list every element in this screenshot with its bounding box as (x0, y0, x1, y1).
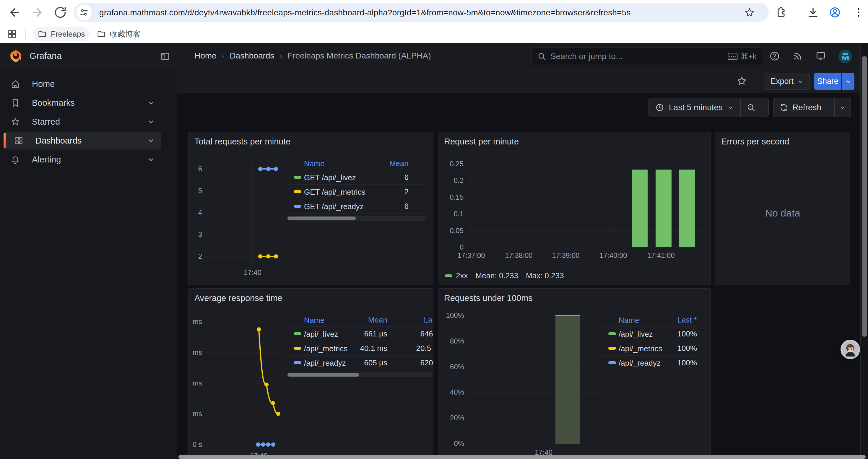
chart-legend: 2xx Mean: 0.233 Max: 0.233 (445, 271, 564, 280)
vertical-scrollbar-thumb[interactable] (862, 56, 867, 337)
table-header-row[interactable]: NameMeanLast * (287, 314, 433, 327)
table-cell: 100% (601, 329, 697, 338)
table-scrollbar-thumb[interactable] (287, 217, 356, 220)
star-icon (11, 117, 20, 126)
table-row[interactable]: /api/_readyz605 µs620 µs (287, 356, 433, 370)
sidebar-item-dashboards[interactable]: Dashboards (4, 132, 161, 150)
sidebar-item-alerting[interactable]: Alerting (4, 151, 161, 168)
sidebar-item-starred[interactable]: Starred (4, 113, 161, 131)
bar-chart: 0.250.20.150.10.05017:37:0017:38:0017:39… (440, 156, 710, 283)
search-shortcut: ⌘+k (728, 52, 756, 61)
panel-request-per-minute[interactable]: Request per minute 0.250.20.150.10.05017… (438, 132, 711, 285)
breadcrumb-dashboards[interactable]: Dashboards (229, 51, 274, 61)
bookmarks-divider (25, 28, 26, 40)
sidebar-item-home[interactable]: Home (4, 75, 161, 93)
chevron-down-icon[interactable] (147, 99, 155, 107)
zoom-out-button[interactable] (741, 98, 761, 117)
table-row[interactable]: /api/_livez100% (601, 327, 700, 341)
reload-icon[interactable] (54, 6, 67, 19)
refresh-label: Refresh (793, 103, 821, 112)
table-row[interactable]: /api/_readyz100% (601, 356, 700, 370)
extensions-icon[interactable] (775, 6, 787, 18)
column-header[interactable]: Last * (287, 316, 433, 325)
chevron-down-icon (845, 78, 851, 85)
grid-icon (14, 136, 24, 145)
downloads-icon[interactable] (807, 6, 819, 18)
table-cell: 646 µs (287, 329, 433, 338)
url-text: grafana.mathmast.com/d/deytv4rwavabkb/fr… (99, 8, 631, 18)
monitor-icon[interactable] (815, 51, 826, 61)
sidebar-toggle-icon[interactable] (160, 52, 170, 61)
table-scrollbar-thumb[interactable] (287, 373, 359, 376)
panel-requests-under-100ms[interactable]: Requests under 100ms 100%80%60%40%20%0%1… (438, 288, 711, 459)
legend-table: NameLast */api/_livez100%/api/_metrics10… (601, 314, 700, 370)
table-header-row[interactable]: NameLast * (601, 314, 700, 327)
svg-text:6: 6 (198, 165, 202, 173)
refresh-icon (779, 103, 788, 112)
bookmarks-bar: Freeleaps 收藏博客 (0, 25, 868, 43)
user-avatar[interactable] (838, 50, 852, 63)
table-row[interactable]: /api/_metrics40.1 ms20.5 ms (287, 341, 433, 356)
svg-text:20%: 20% (450, 414, 464, 422)
bell-icon (11, 155, 20, 164)
table-row[interactable]: GET /api/_metrics2 (287, 185, 426, 199)
brand-name[interactable]: Grafana (30, 51, 61, 61)
address-bar[interactable]: grafana.mathmast.com/d/deytv4rwavabkb/fr… (74, 3, 769, 22)
table-row[interactable]: /api/_metrics100% (601, 341, 700, 356)
column-header[interactable]: Mean (287, 159, 409, 168)
share-button[interactable]: Share (814, 73, 841, 90)
menu-kebab-icon[interactable] (852, 6, 864, 18)
favorite-star-icon[interactable] (737, 76, 747, 86)
sidebar-item-bookmarks[interactable]: Bookmarks (4, 94, 161, 112)
panel-title: Average response time (194, 293, 282, 303)
export-button[interactable]: Export (765, 73, 809, 90)
chevron-down-icon[interactable] (147, 137, 155, 144)
search-input[interactable]: Search or jump to... ⌘+k (531, 47, 762, 65)
table-row[interactable]: GET /api/_readyz6 (287, 199, 426, 214)
toolbar-divider (798, 8, 798, 17)
svg-text:0%: 0% (454, 439, 464, 448)
grafana-logo-icon[interactable] (8, 48, 24, 64)
assistant-avatar[interactable] (840, 340, 860, 359)
active-accent-bar (4, 133, 6, 148)
table-scrollbar[interactable] (287, 372, 433, 377)
breadcrumb-home[interactable]: Home (194, 51, 217, 61)
bookmark-folder-blogs[interactable]: 收藏博客 (92, 27, 145, 41)
table-row[interactable]: GET /api/_livez6 (287, 170, 426, 185)
dashboard-actions-bar: Export Share (177, 69, 868, 93)
site-settings-icon[interactable] (76, 5, 92, 20)
bookmark-star-icon[interactable] (745, 7, 754, 18)
share-menu-button[interactable] (842, 73, 855, 90)
forward-icon[interactable] (31, 6, 44, 19)
panel-errors-per-second[interactable]: Errors per second No data (715, 132, 850, 285)
panel-average-response-time[interactable]: Average response time 80 ms60 ms40 ms20 … (188, 288, 433, 459)
bookmark-folder-freeleaps[interactable]: Freeleaps (33, 27, 90, 41)
table-row[interactable]: /api/_livez661 µs646 µs (287, 327, 433, 341)
grafana-header: Grafana Home › Dashboards › Freeleaps Me… (0, 43, 868, 69)
table-scrollbar[interactable] (287, 216, 426, 221)
apps-grid-icon[interactable] (7, 29, 17, 39)
chevron-down-icon[interactable] (147, 118, 155, 126)
timeseries-chart: 6543217:40 (191, 158, 289, 280)
horizontal-scrollbar-thumb[interactable] (179, 455, 866, 459)
clock-icon (655, 103, 664, 112)
news-rss-icon[interactable] (793, 51, 803, 61)
no-data-message: No data (715, 207, 850, 219)
help-icon[interactable] (769, 51, 780, 61)
time-controls: Last 5 minutes (649, 98, 769, 117)
panel-total-requests[interactable]: Total requests per minute 6543217:40 Nam… (188, 132, 433, 285)
time-range-picker[interactable]: Last 5 minutes (649, 98, 740, 117)
svg-text:0.05: 0.05 (450, 227, 464, 234)
table-cell: 100% (601, 344, 697, 353)
home-icon (11, 79, 20, 89)
column-header[interactable]: Last * (601, 316, 697, 325)
table-header-row[interactable]: NameMean (287, 157, 426, 170)
back-icon[interactable] (8, 6, 21, 19)
refresh-interval-button[interactable] (835, 98, 850, 117)
refresh-button[interactable]: Refresh (773, 98, 834, 117)
svg-text:5: 5 (198, 187, 202, 195)
panel-title: Total requests per minute (194, 137, 291, 146)
legend-series-label[interactable]: 2xx (456, 271, 468, 280)
profile-icon[interactable] (829, 6, 841, 18)
chevron-down-icon[interactable] (147, 156, 155, 163)
